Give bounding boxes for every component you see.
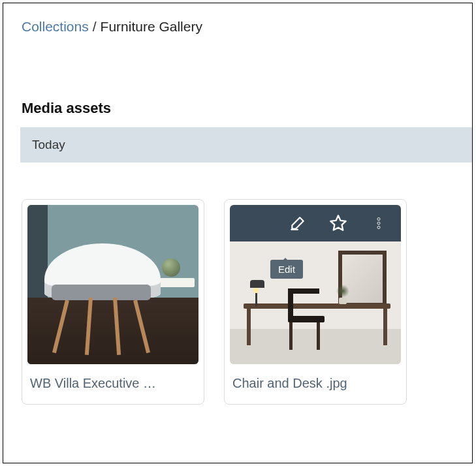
svg-point-2 [377, 226, 380, 228]
more-vertical-icon[interactable] [370, 214, 388, 232]
breadcrumb-separator: / [93, 19, 97, 35]
star-icon[interactable] [329, 214, 347, 232]
asset-caption: WB Villa Executive … [22, 364, 204, 404]
asset-caption: Chair and Desk .jpg [225, 364, 406, 404]
page-frame: Collections / Furniture Gallery Media as… [3, 3, 473, 463]
asset-card-row: WB Villa Executive … [22, 199, 472, 405]
breadcrumb-current: Furniture Gallery [101, 19, 202, 35]
asset-card[interactable]: WB Villa Executive … [22, 199, 204, 405]
svg-point-0 [377, 218, 380, 221]
asset-thumbnail[interactable] [22, 200, 204, 364]
group-header-today: Today [20, 127, 472, 163]
edit-tooltip: Edit [270, 260, 303, 279]
breadcrumb: Collections / Furniture Gallery [22, 19, 472, 35]
section-title-media-assets: Media assets [22, 100, 472, 117]
asset-image [27, 205, 198, 364]
edit-icon[interactable] [289, 214, 307, 232]
asset-card[interactable]: Edit Chair and Desk .jpg [224, 199, 407, 405]
asset-hover-toolbar [230, 205, 401, 241]
asset-thumbnail[interactable]: Edit [225, 200, 406, 364]
svg-point-1 [377, 222, 380, 225]
breadcrumb-link-collections[interactable]: Collections [22, 19, 89, 35]
